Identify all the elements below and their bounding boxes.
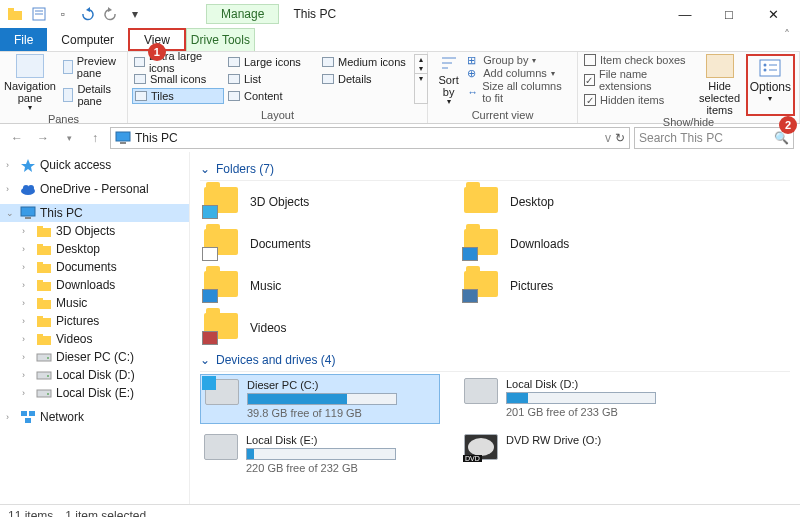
drive-item[interactable]: DVDDVD RW Drive (O:)	[460, 430, 700, 478]
tree-item[interactable]: ›Videos	[0, 330, 189, 348]
tree-item[interactable]: ›Desktop	[0, 240, 189, 258]
folder-item[interactable]: Music	[200, 267, 440, 305]
forward-button[interactable]: →	[32, 127, 54, 149]
tab-computer[interactable]: Computer	[47, 28, 128, 51]
folder-item[interactable]: Documents	[200, 225, 440, 263]
group-by-button[interactable]: ⊞Group by▾	[465, 54, 573, 66]
sort-by-button[interactable]: Sort by ▾	[432, 54, 465, 107]
tree-item[interactable]: ›Music	[0, 294, 189, 312]
folder-item[interactable]: Videos	[200, 309, 440, 347]
expand-icon[interactable]: ›	[22, 370, 32, 380]
layout-option[interactable]: Medium icons	[320, 54, 412, 70]
search-input[interactable]: Search This PC 🔍	[634, 127, 794, 149]
folder-item[interactable]: 3D Objects	[200, 183, 440, 221]
tree-item[interactable]: ›Downloads	[0, 276, 189, 294]
expand-icon[interactable]: ›	[6, 160, 16, 170]
up-button[interactable]: ↑	[84, 127, 106, 149]
expand-icon[interactable]: ›	[22, 280, 32, 290]
qat-dropdown-icon[interactable]: ▾	[124, 3, 146, 25]
back-button[interactable]: ←	[6, 127, 28, 149]
details-pane-button[interactable]: Details pane	[59, 82, 124, 108]
address-dropdown-icon[interactable]: v	[605, 131, 611, 145]
minimize-button[interactable]: —	[670, 7, 700, 22]
options-button[interactable]: Options ▾ 2	[746, 54, 795, 116]
tree-item-label: This PC	[40, 206, 83, 220]
new-folder-icon[interactable]: ▫	[52, 3, 74, 25]
expand-icon[interactable]: ›	[22, 226, 32, 236]
drives-section-header[interactable]: ⌄ Devices and drives (4)	[200, 353, 790, 367]
folder-label: 3D Objects	[250, 195, 309, 209]
tab-drive-tools[interactable]: Drive Tools	[186, 28, 255, 51]
folder-item[interactable]: Downloads	[460, 225, 700, 263]
folder-label: Music	[250, 279, 281, 293]
expand-icon[interactable]: ›	[22, 352, 32, 362]
tree-item[interactable]: ›Local Disk (D:)	[0, 366, 189, 384]
redo-icon[interactable]	[100, 3, 122, 25]
drive-item[interactable]: Local Disk (E:)220 GB free of 232 GB	[200, 430, 440, 478]
chevron-down-icon: ▾	[28, 104, 32, 113]
expand-icon[interactable]: ⌄	[6, 208, 16, 218]
expand-icon[interactable]: ›	[22, 262, 32, 272]
explorer-icon	[4, 3, 26, 25]
tree-item[interactable]: ›OneDrive - Personal	[0, 180, 189, 198]
expand-icon[interactable]: ›	[22, 316, 32, 326]
tab-file[interactable]: File	[0, 28, 47, 51]
layout-option[interactable]: Small icons	[132, 71, 224, 87]
layout-option[interactable]: List	[226, 71, 318, 87]
breadcrumb[interactable]: This PC	[135, 131, 178, 145]
tree-item[interactable]: ›Documents	[0, 258, 189, 276]
file-name-extensions-checkbox[interactable]: ✓File name extensions	[582, 68, 693, 92]
preview-pane-button[interactable]: Preview pane	[59, 54, 124, 80]
contextual-tab-manage[interactable]: Manage	[206, 4, 279, 24]
ribbon-collapse-icon[interactable]: ˄	[774, 28, 800, 51]
add-columns-button[interactable]: ⊕Add columns▾	[465, 67, 573, 79]
expand-icon[interactable]: ›	[6, 184, 16, 194]
tab-view[interactable]: View 1	[128, 28, 186, 51]
folder-item[interactable]: Pictures	[460, 267, 700, 305]
hide-selected-items-button[interactable]: Hide selected items	[693, 54, 745, 116]
folders-section-header[interactable]: ⌄ Folders (7)	[200, 162, 790, 176]
item-check-boxes-checkbox[interactable]: Item check boxes	[582, 54, 693, 66]
expand-icon[interactable]: ›	[22, 298, 32, 308]
layout-more-icon[interactable]: ▾	[415, 73, 427, 83]
history-dropdown-button[interactable]: ▾	[58, 127, 80, 149]
address-bar[interactable]: This PC v ↻	[110, 127, 630, 149]
undo-icon[interactable]	[76, 3, 98, 25]
maximize-button[interactable]: □	[714, 7, 744, 22]
expand-icon[interactable]: ›	[22, 334, 32, 344]
tree-item-label: Desktop	[56, 242, 100, 256]
size-columns-button[interactable]: ↔Size all columns to fit	[465, 80, 573, 104]
layout-option[interactable]: Extra large icons	[132, 54, 224, 70]
tree-item[interactable]: ›Local Disk (E:)	[0, 384, 189, 402]
drive-item[interactable]: Dieser PC (C:)39.8 GB free of 119 GB	[200, 374, 440, 424]
properties-icon[interactable]	[28, 3, 50, 25]
folder-item[interactable]: Desktop	[460, 183, 700, 221]
tree-item[interactable]: ⌄This PC	[0, 204, 189, 222]
hidden-items-checkbox[interactable]: ✓Hidden items	[582, 94, 693, 106]
navigation-pane-icon	[16, 54, 44, 78]
tree-item[interactable]: ›Quick access	[0, 156, 189, 174]
tree-item[interactable]: ›Dieser PC (C:)	[0, 348, 189, 366]
expand-icon[interactable]: ›	[22, 244, 32, 254]
layout-option[interactable]: Details	[320, 71, 412, 87]
svg-rect-27	[37, 282, 51, 291]
layout-scroll-down-icon[interactable]: ▾	[415, 64, 427, 73]
size-columns-label: Size all columns to fit	[482, 80, 571, 104]
add-columns-icon: ⊕	[467, 67, 479, 79]
layout-scroll-up-icon[interactable]: ▴	[415, 55, 427, 64]
expand-icon[interactable]: ›	[6, 412, 16, 422]
tree-item-icon	[36, 386, 52, 400]
tree-item[interactable]: ›3D Objects	[0, 222, 189, 240]
drive-item[interactable]: Local Disk (D:)201 GB free of 233 GB	[460, 374, 700, 424]
folder-icon	[464, 229, 500, 259]
layout-option[interactable]: Tiles	[132, 88, 224, 104]
refresh-button[interactable]: ↻	[615, 131, 625, 145]
layout-option[interactable]: Content	[226, 88, 318, 104]
navigation-pane-button[interactable]: Navigation pane ▾	[4, 54, 56, 113]
tree-item[interactable]: ›Network	[0, 408, 189, 426]
expand-icon[interactable]: ›	[22, 388, 32, 398]
tree-item[interactable]: ›Pictures	[0, 312, 189, 330]
close-button[interactable]: ✕	[758, 7, 788, 22]
layout-option[interactable]: Large icons	[226, 54, 318, 70]
content-pane: ⌄ Folders (7) 3D ObjectsDesktopDocuments…	[190, 152, 800, 504]
